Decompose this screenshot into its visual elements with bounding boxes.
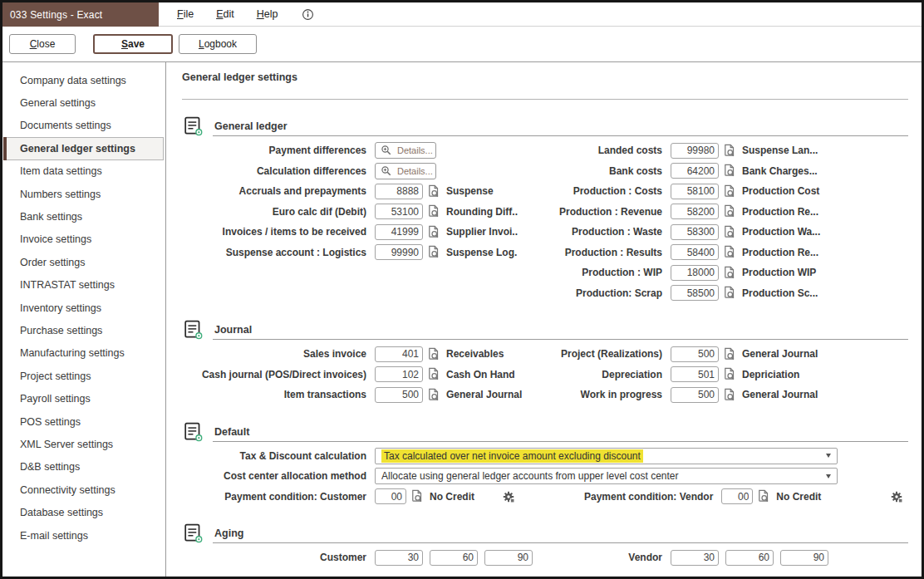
field-label: Cash journal (POS/Direct invoices): [182, 369, 366, 380]
sidebar-item[interactable]: XML Server settings: [4, 433, 164, 455]
browse-icon[interactable]: [722, 164, 736, 178]
sidebar-item[interactable]: E-mail settings: [4, 524, 164, 547]
browse-icon[interactable]: [722, 347, 736, 361]
journal-code-input[interactable]: [375, 387, 423, 403]
cost-center-dropdown[interactable]: Allocate using general ledger accounts f…: [375, 468, 838, 484]
menu-help[interactable]: Help: [257, 8, 278, 20]
browse-icon[interactable]: [722, 367, 736, 381]
window-title: 033 Settings - Exact: [10, 9, 102, 21]
account-code-input[interactable]: [375, 204, 423, 219]
journal-code-input[interactable]: [671, 346, 719, 362]
payment-vendor-code-input[interactable]: [721, 488, 753, 504]
account-code-input[interactable]: [671, 143, 719, 159]
browse-icon[interactable]: [426, 184, 440, 199]
sidebar-item[interactable]: Bank settings: [4, 205, 164, 228]
browse-icon[interactable]: [722, 184, 736, 199]
account-name: Suspense Log.: [446, 247, 517, 258]
journal-code-input[interactable]: [375, 346, 423, 362]
details-button[interactable]: Details...: [375, 163, 436, 179]
sidebar-item[interactable]: Manufacturing settings: [4, 342, 164, 365]
sidebar-item[interactable]: Purchase settings: [4, 319, 164, 341]
gear-icon[interactable]: [502, 490, 515, 503]
browse-icon[interactable]: [426, 367, 440, 381]
browse-icon[interactable]: [722, 144, 736, 158]
aging-vendor-input-1[interactable]: [671, 550, 719, 566]
browse-icon[interactable]: [722, 266, 736, 280]
sidebar-item-label: Company data settings: [20, 75, 126, 86]
close-button[interactable]: Close: [9, 34, 76, 54]
sidebar-item-label: Order settings: [20, 257, 86, 268]
sidebar-item[interactable]: Order settings: [4, 251, 164, 273]
journal-code-input[interactable]: [671, 366, 719, 382]
sidebar-item-label: D&B settings: [20, 461, 80, 473]
sidebar-item[interactable]: Database settings: [4, 501, 164, 523]
field-label: Project (Realizations): [539, 348, 662, 360]
menu-file[interactable]: File: [177, 8, 194, 20]
dropdown-selected-value: Allocate using general ledger accounts f…: [381, 470, 679, 482]
browse-icon[interactable]: [426, 347, 440, 361]
sidebar-item-label: Payroll settings: [20, 393, 91, 405]
sidebar-item[interactable]: General ledger settings: [4, 137, 164, 159]
account-code-input[interactable]: [671, 224, 719, 240]
field-row: Bank costs: [539, 161, 908, 182]
account-code-input[interactable]: [671, 204, 719, 219]
account-code-input[interactable]: [671, 265, 719, 281]
sidebar-item[interactable]: Connectivity settings: [4, 478, 164, 501]
sidebar-item[interactable]: D&B settings: [4, 456, 164, 478]
browse-icon[interactable]: [426, 225, 440, 239]
account-code-input[interactable]: [375, 184, 423, 199]
aging-customer-input-2[interactable]: [430, 550, 478, 566]
payment-customer-code-input[interactable]: [375, 488, 406, 504]
sidebar-item[interactable]: INTRASTAT settings: [4, 274, 164, 297]
sidebar-item[interactable]: Invoice settings: [4, 228, 164, 251]
aging-customer-input-1[interactable]: [375, 550, 423, 566]
field-row: Vendor: [539, 547, 908, 568]
field-label: Customer: [182, 552, 366, 563]
browse-icon[interactable]: [756, 489, 770, 503]
journal-code-input[interactable]: [671, 387, 719, 403]
general-ledger-right-column: Landed costs: [539, 140, 908, 303]
sidebar-item[interactable]: Payroll settings: [4, 387, 164, 410]
tax-discount-dropdown[interactable]: Tax calculated over net invoice amount e…: [375, 448, 838, 464]
aging-vendor-input-3[interactable]: [780, 550, 828, 566]
field-label: Production : WIP: [539, 267, 662, 278]
sidebar-item[interactable]: Item data settings: [4, 160, 164, 183]
sidebar-item[interactable]: Company data settings: [4, 69, 164, 91]
field-row: Customer: [182, 547, 539, 568]
journal-code-input[interactable]: [375, 366, 423, 382]
magnifier-plus-icon: [381, 145, 392, 156]
account-name: Bank Charges...: [742, 165, 818, 177]
browse-icon[interactable]: [426, 204, 440, 218]
field-label: Production : Costs: [539, 185, 662, 197]
aging-customer-input-3[interactable]: [484, 550, 533, 566]
sidebar-item[interactable]: Inventory settings: [4, 297, 164, 319]
browse-icon[interactable]: [410, 489, 424, 503]
browse-icon[interactable]: [426, 245, 440, 259]
account-code-input[interactable]: [671, 184, 719, 199]
details-button[interactable]: Details...: [375, 142, 436, 159]
details-button-label: Details...: [397, 166, 433, 176]
settings-window: 033 Settings - Exact File Edit Help Clos…: [0, 0, 924, 579]
sidebar-item[interactable]: Project settings: [4, 365, 164, 387]
browse-icon[interactable]: [722, 388, 736, 402]
browse-icon[interactable]: [722, 245, 736, 259]
account-code-input[interactable]: [375, 244, 423, 260]
account-code-input[interactable]: [671, 244, 719, 260]
browse-icon[interactable]: [722, 286, 736, 300]
menu-edit[interactable]: Edit: [216, 8, 234, 20]
gear-icon[interactable]: [890, 490, 903, 503]
browse-icon[interactable]: [426, 388, 440, 402]
save-button[interactable]: Save: [93, 34, 173, 54]
sidebar-item[interactable]: General settings: [4, 91, 164, 114]
browse-icon[interactable]: [722, 225, 736, 239]
account-code-input[interactable]: [671, 285, 719, 301]
info-icon[interactable]: [302, 8, 314, 21]
browse-icon[interactable]: [722, 204, 736, 218]
account-code-input[interactable]: [671, 163, 719, 179]
logbook-button[interactable]: Logbook: [179, 34, 257, 54]
sidebar-item[interactable]: POS settings: [4, 410, 164, 433]
sidebar-item[interactable]: Documents settings: [4, 115, 164, 137]
aging-vendor-input-2[interactable]: [725, 550, 774, 566]
account-code-input[interactable]: [375, 224, 423, 240]
sidebar-item[interactable]: Numbers settings: [4, 183, 164, 205]
